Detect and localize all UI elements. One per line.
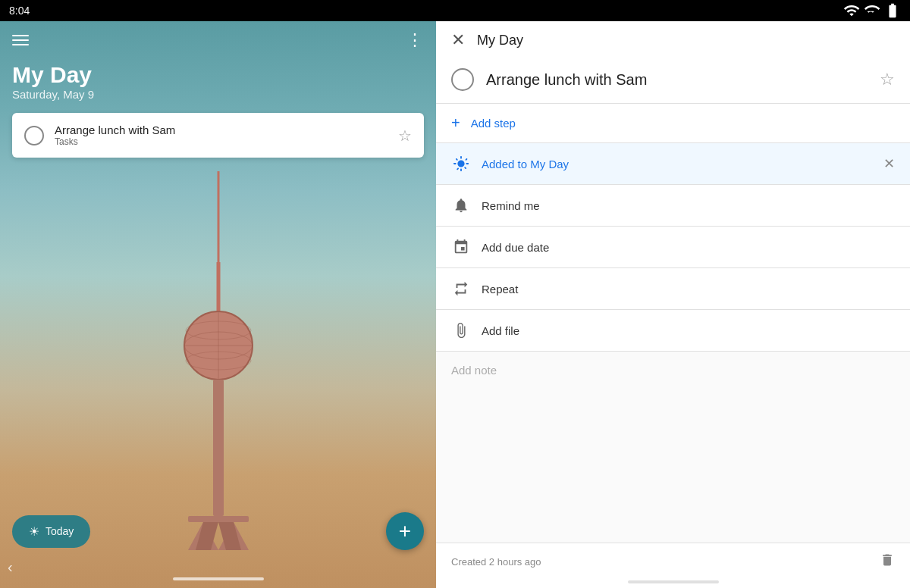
remind-me-label: Remind me <box>482 199 895 212</box>
nav-indicator <box>173 577 264 580</box>
add-note-area[interactable]: Add note <box>436 352 910 543</box>
sun-icon <box>451 154 471 174</box>
page-title: My Day <box>12 62 424 88</box>
added-to-my-day-label: Added to My Day <box>482 158 873 170</box>
add-due-date-label: Add due date <box>482 241 895 254</box>
svg-rect-8 <box>213 380 224 516</box>
close-button[interactable]: ✕ <box>451 32 465 48</box>
task-card[interactable]: Arrange lunch with Sam Tasks ☆ <box>12 113 424 158</box>
add-step-plus-icon: + <box>451 114 460 132</box>
add-step-row[interactable]: + Add step <box>436 104 910 143</box>
right-header: ✕ My Day <box>436 21 910 59</box>
main-content: ⋮ My Day Saturday, May 9 Arrange lunch w… <box>0 21 910 588</box>
left-header: ⋮ <box>0 21 436 56</box>
attachment-icon <box>451 321 471 340</box>
added-to-my-day-row[interactable]: Added to My Day ✕ <box>436 143 910 185</box>
left-panel: ⋮ My Day Saturday, May 9 Arrange lunch w… <box>0 21 436 588</box>
task-star-button[interactable]: ☆ <box>398 127 412 145</box>
task-completion-circle[interactable] <box>24 126 44 145</box>
right-task-completion-circle[interactable] <box>451 68 474 91</box>
today-sun-icon: ☀ <box>29 524 39 539</box>
add-step-label: Add step <box>471 117 516 130</box>
tower-illustration <box>143 171 294 550</box>
right-panel-title: My Day <box>477 33 523 48</box>
add-icon: + <box>399 519 411 543</box>
hamburger-menu-button[interactable] <box>12 35 29 45</box>
remind-me-row[interactable]: Remind me <box>436 185 910 227</box>
right-task-star-button[interactable]: ☆ <box>880 70 895 89</box>
signal-icon <box>864 2 880 19</box>
left-bottom-actions: ☀ Today + <box>0 512 436 550</box>
back-chevron-icon[interactable]: ‹ <box>8 558 13 576</box>
right-task-header: Arrange lunch with Sam ☆ <box>436 59 910 104</box>
wifi-icon <box>843 2 860 19</box>
status-bar: 8:04 <box>0 0 910 21</box>
remove-from-my-day-button[interactable]: ✕ <box>883 155 895 172</box>
task-title: Arrange lunch with Sam <box>55 124 175 136</box>
right-task-title: Arrange lunch with Sam <box>486 71 868 89</box>
today-button[interactable]: ☀ Today <box>12 515 90 548</box>
repeat-row[interactable]: Repeat <box>436 268 910 310</box>
more-options-button[interactable]: ⋮ <box>406 30 424 50</box>
status-time: 8:04 <box>9 5 30 17</box>
hamburger-icon <box>12 35 29 45</box>
delete-task-button[interactable] <box>880 552 895 571</box>
task-subtitle: Tasks <box>55 136 175 147</box>
add-file-label: Add file <box>482 324 895 337</box>
created-text: Created 2 hours ago <box>451 556 541 568</box>
page-date: Saturday, May 9 <box>12 88 424 101</box>
right-panel: ✕ My Day Arrange lunch with Sam ☆ + Add … <box>436 21 910 588</box>
battery-icon <box>884 2 901 19</box>
repeat-label: Repeat <box>482 283 895 296</box>
add-file-row[interactable]: Add file <box>436 310 910 352</box>
calendar-icon <box>451 237 471 257</box>
today-button-label: Today <box>46 525 74 537</box>
add-note-placeholder: Add note <box>451 364 497 377</box>
repeat-icon <box>451 279 471 299</box>
add-task-button[interactable]: + <box>386 512 424 550</box>
right-footer: Created 2 hours ago <box>436 543 910 580</box>
my-day-title-section: My Day Saturday, May 9 <box>0 56 436 113</box>
right-nav-indicator <box>628 580 719 583</box>
bell-icon <box>451 195 471 215</box>
status-icons <box>843 2 901 19</box>
add-due-date-row[interactable]: Add due date <box>436 227 910 268</box>
